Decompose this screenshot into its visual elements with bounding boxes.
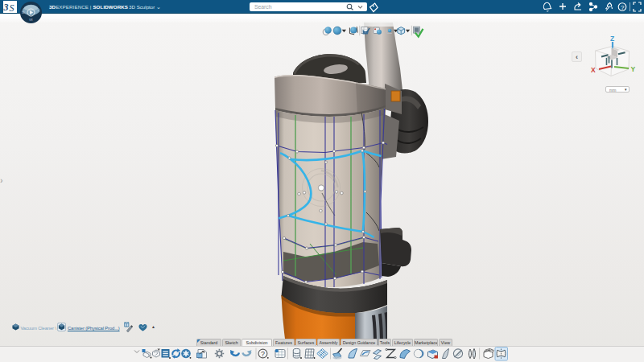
svg-text:S: S bbox=[10, 2, 14, 14]
svg-text:V.R: V.R bbox=[29, 19, 32, 22]
svg-text:?: ? bbox=[261, 350, 265, 358]
svg-text:?: ? bbox=[621, 4, 625, 11]
svg-text:3D: 3D bbox=[22, 11, 24, 14]
svg-text:Y: Y bbox=[631, 65, 636, 73]
svg-text:3: 3 bbox=[3, 2, 9, 13]
svg-text:X: X bbox=[591, 66, 596, 74]
svg-text:Z: Z bbox=[610, 35, 614, 43]
